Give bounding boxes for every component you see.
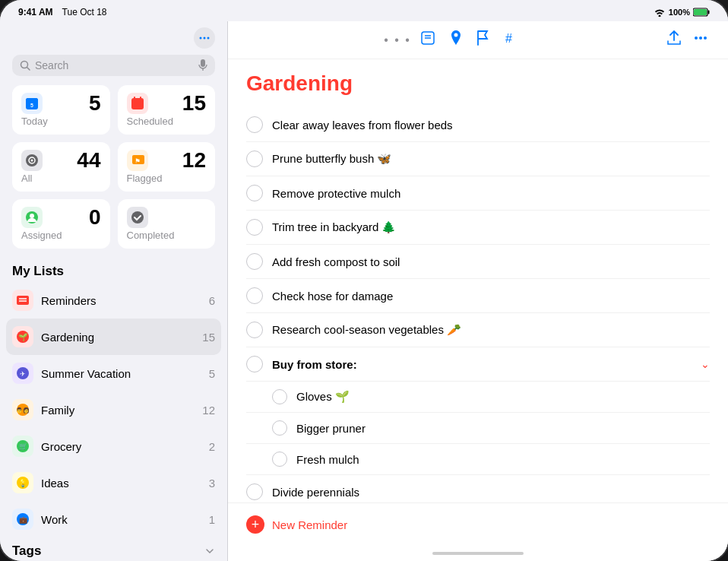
details-icon bbox=[420, 30, 435, 46]
indented-circle-1[interactable] bbox=[272, 389, 287, 404]
indented-item-2[interactable]: Bigger pruner bbox=[246, 413, 710, 444]
status-date: Tue Oct 18 bbox=[62, 7, 107, 17]
list-item-grocery[interactable]: 🛒 Grocery 2 bbox=[0, 428, 227, 464]
smart-card-all[interactable]: 44 All bbox=[12, 142, 110, 192]
reminder-item-4[interactable]: Trim tree in backyard 🌲 bbox=[246, 211, 710, 245]
indented-item-3[interactable]: Fresh mulch bbox=[246, 444, 710, 475]
reminder-text-3: Remove protective mulch bbox=[272, 187, 710, 200]
device-frame: 9:41 AM Tue Oct 18 100% bbox=[0, 0, 728, 561]
home-indicator bbox=[228, 546, 728, 561]
tags-chevron-icon[interactable] bbox=[204, 546, 215, 556]
smart-card-completed[interactable]: Completed bbox=[118, 199, 216, 249]
smart-card-flagged[interactable]: ⚑ 12 Flagged bbox=[118, 142, 216, 192]
new-reminder-plus-button[interactable]: + bbox=[246, 515, 264, 534]
my-lists-header: My Lists bbox=[0, 261, 227, 282]
svg-rect-15 bbox=[140, 97, 141, 100]
new-reminder-label[interactable]: New Reminder bbox=[272, 518, 347, 531]
battery-text: 100% bbox=[669, 8, 690, 17]
list-item-work[interactable]: 💼 Work 1 bbox=[0, 501, 227, 537]
status-time: 9:41 AM bbox=[18, 7, 53, 17]
toolbar-details-button[interactable] bbox=[416, 27, 440, 52]
assigned-label: Assigned bbox=[21, 230, 101, 241]
list-item-family[interactable]: 👨‍👩 Family 12 bbox=[0, 391, 227, 428]
search-bar[interactable] bbox=[12, 55, 215, 76]
content-area: Gardening Clear away leaves from flower … bbox=[228, 59, 728, 502]
reminder-circle-1[interactable] bbox=[246, 116, 263, 133]
indented-circle-3[interactable] bbox=[272, 452, 287, 467]
svg-point-3 bbox=[200, 37, 202, 40]
group-label: Buy from store: bbox=[272, 358, 692, 371]
reminder-circle-8[interactable] bbox=[246, 483, 263, 500]
reminder-item-3[interactable]: Remove protective mulch bbox=[246, 176, 710, 211]
list-count-ideas: 3 bbox=[209, 477, 215, 490]
right-toolbar: • • • # bbox=[228, 21, 728, 59]
svg-point-4 bbox=[204, 37, 206, 40]
svg-rect-16 bbox=[131, 100, 144, 102]
reminder-item-6[interactable]: Check hose for damage bbox=[246, 279, 710, 313]
mic-icon bbox=[198, 59, 207, 71]
reminder-item-1[interactable]: Clear away leaves from flower beds bbox=[246, 108, 710, 142]
reminder-circle-2[interactable] bbox=[246, 151, 263, 167]
group-chevron-icon: ⌄ bbox=[701, 358, 710, 370]
list-item-ideas[interactable]: 💡 Ideas 3 bbox=[0, 464, 227, 501]
toolbar-share-button[interactable] bbox=[663, 27, 685, 52]
flagged-count: 12 bbox=[182, 150, 206, 171]
list-item-summer-vacation[interactable]: ✈ Summer Vacation 5 bbox=[0, 355, 227, 391]
flag-icon bbox=[476, 30, 490, 46]
grocery-icon: 🛒 bbox=[12, 436, 33, 457]
new-reminder-bar[interactable]: + New Reminder bbox=[228, 502, 728, 546]
tags-header: Tags bbox=[12, 544, 215, 559]
indented-item-1[interactable]: Gloves 🌱 bbox=[246, 382, 710, 413]
svg-point-45 bbox=[699, 36, 702, 40]
svg-point-46 bbox=[704, 36, 707, 40]
more-icon bbox=[693, 30, 708, 46]
reminder-item-7[interactable]: Research cool-season vegetables 🥕 bbox=[246, 313, 710, 347]
reminder-item-2[interactable]: Prune butterfly bush 🦋 bbox=[246, 142, 710, 176]
reminder-circle-4[interactable] bbox=[246, 219, 263, 236]
svg-rect-11 bbox=[26, 98, 38, 102]
list-name-grocery: Grocery bbox=[41, 440, 201, 453]
svg-point-23 bbox=[30, 214, 34, 218]
reminder-circle-3[interactable] bbox=[246, 185, 263, 201]
reminder-text-5: Add fresh compost to soil bbox=[272, 255, 710, 268]
list-name-family: Family bbox=[41, 404, 195, 417]
reminder-circle-7[interactable] bbox=[246, 322, 263, 338]
toolbar-more-button[interactable] bbox=[688, 27, 713, 52]
list-count-summer-vacation: 5 bbox=[209, 367, 215, 380]
reminders-icon bbox=[12, 290, 33, 311]
list-item-reminders[interactable]: Reminders 6 bbox=[0, 282, 227, 319]
reminder-circle-6[interactable] bbox=[246, 287, 263, 304]
smart-card-scheduled[interactable]: 15 Scheduled bbox=[118, 85, 216, 135]
smart-card-today[interactable]: 5 5 Today bbox=[12, 85, 110, 135]
list-count-gardening: 15 bbox=[202, 331, 215, 344]
smart-card-assigned[interactable]: 0 Assigned bbox=[12, 199, 110, 249]
group-circle[interactable] bbox=[246, 356, 263, 372]
toolbar-location-button[interactable] bbox=[445, 27, 467, 52]
ellipsis-icon bbox=[199, 33, 210, 43]
reminder-item-8[interactable]: Divide perennials bbox=[246, 475, 710, 502]
tags-label: Tags bbox=[12, 544, 41, 559]
reminder-text-8: Divide perennials bbox=[272, 486, 710, 499]
toolbar-center: • • • # bbox=[243, 27, 663, 52]
lists-container: Reminders 6 🌱 Gardening 15 ✈ Summer Vaca… bbox=[0, 282, 227, 537]
sidebar-more-button[interactable] bbox=[194, 27, 215, 49]
svg-text:⚑: ⚑ bbox=[135, 157, 141, 165]
assigned-icon bbox=[21, 207, 43, 228]
list-name-reminders: Reminders bbox=[41, 294, 201, 307]
reminder-circle-5[interactable] bbox=[246, 253, 263, 270]
indented-circle-2[interactable] bbox=[272, 420, 287, 436]
toolbar-tag-button[interactable]: # bbox=[499, 28, 522, 52]
list-item-gardening[interactable]: 🌱 Gardening 15 bbox=[6, 319, 221, 355]
status-bar: 9:41 AM Tue Oct 18 100% bbox=[0, 0, 728, 21]
svg-text:🛒: 🛒 bbox=[19, 442, 28, 451]
svg-text:✈: ✈ bbox=[20, 370, 26, 378]
svg-line-7 bbox=[27, 68, 30, 71]
search-input[interactable] bbox=[35, 59, 194, 71]
reminder-item-5[interactable]: Add fresh compost to soil bbox=[246, 245, 710, 279]
family-icon: 👨‍👩 bbox=[12, 399, 33, 420]
assigned-count: 0 bbox=[89, 207, 101, 228]
group-item-buy-from-store[interactable]: Buy from store: ⌄ bbox=[246, 347, 710, 382]
toolbar-flag-button[interactable] bbox=[472, 27, 495, 52]
summer-vacation-icon: ✈ bbox=[12, 363, 33, 384]
indented-block: Gloves 🌱 Bigger pruner Fresh mulch bbox=[246, 382, 710, 475]
